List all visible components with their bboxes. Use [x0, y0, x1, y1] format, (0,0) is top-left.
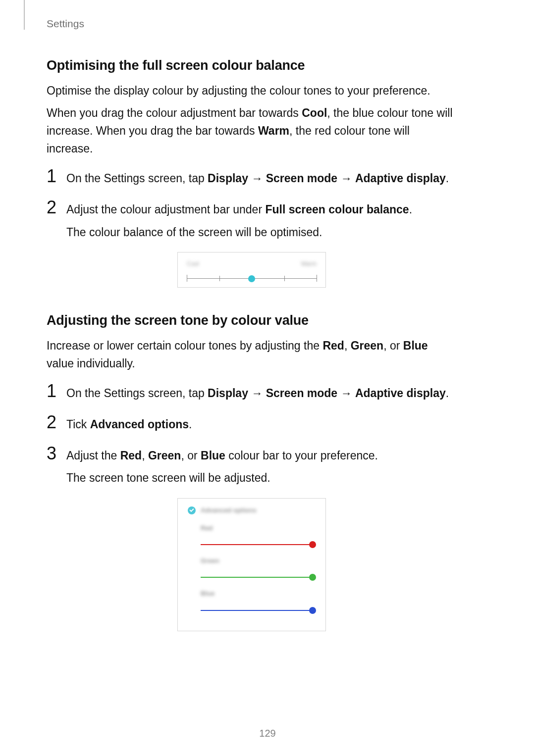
bold-screen-mode: Screen mode — [266, 172, 337, 185]
step-body: Adjust the colour adjustment bar under F… — [66, 201, 457, 241]
slider-tick — [187, 275, 187, 282]
text: . — [189, 418, 192, 431]
step-body: Tick Advanced options. — [66, 416, 457, 434]
rgb-red-group: Red — [188, 523, 316, 549]
bold-blue: Blue — [403, 339, 428, 352]
rgb-green-group: Green — [188, 556, 316, 582]
checkmark-icon — [188, 506, 196, 514]
text: . — [446, 387, 449, 400]
slider-thumb — [309, 541, 316, 548]
slider-thumb — [309, 607, 316, 614]
text: , — [344, 339, 351, 352]
slider-line — [201, 577, 313, 578]
text: , or — [181, 449, 201, 462]
text: Adjust the — [66, 449, 120, 462]
section1-detail: When you drag the colour adjustment bar … — [47, 104, 457, 157]
slider-thumb — [309, 574, 316, 581]
bold-warm: Warm — [258, 124, 289, 137]
step-number: 1 — [47, 382, 57, 400]
text: Tick — [66, 418, 90, 431]
balance-labels: Cool Warm — [187, 259, 317, 269]
step-sub: The screen tone screen will be adjusted. — [66, 469, 457, 487]
page-number: 129 — [0, 728, 535, 739]
step-number: 2 — [47, 413, 57, 431]
bold-cool: Cool — [302, 106, 327, 119]
balance-label-cool: Cool — [187, 259, 199, 269]
rgb-green-label: Green — [188, 556, 316, 566]
slider-line — [201, 544, 313, 545]
bold-fscb: Full screen colour balance — [265, 203, 409, 216]
text: → — [337, 387, 355, 400]
text: → — [248, 172, 266, 185]
balance-label-warm: Warm — [301, 259, 317, 269]
rgb-green-slider — [201, 573, 313, 582]
bold-screen-mode: Screen mode — [266, 387, 337, 400]
breadcrumb: Settings — [47, 18, 84, 30]
step-body: On the Settings screen, tap Display → Sc… — [66, 385, 457, 403]
step: 2 Tick Advanced options. — [47, 413, 457, 434]
text: . — [409, 203, 412, 216]
bold-display: Display — [208, 172, 248, 185]
step: 3 Adjust the Red, Green, or Blue colour … — [47, 445, 457, 487]
header-rule — [24, 0, 25, 30]
slider-line — [201, 610, 313, 611]
slider-tick — [219, 276, 220, 281]
text: On the Settings screen, tap — [66, 387, 208, 400]
bold-adaptive: Adaptive display — [355, 387, 446, 400]
text: When you drag the colour adjustment bar … — [47, 106, 302, 119]
section2-heading: Adjusting the screen tone by colour valu… — [47, 310, 457, 331]
text: , — [142, 449, 148, 462]
step-number: 3 — [47, 445, 57, 462]
slider-tick — [284, 276, 285, 281]
bold-green: Green — [148, 449, 181, 462]
rgb-red-label: Red — [188, 523, 316, 533]
step: 1 On the Settings screen, tap Display → … — [47, 382, 457, 403]
text: value individually. — [47, 357, 135, 370]
bold-display: Display — [208, 387, 248, 400]
step-sub: The colour balance of the screen will be… — [66, 224, 457, 242]
bold-adaptive: Adaptive display — [355, 172, 446, 185]
step-body: Adjust the Red, Green, or Blue colour ba… — [66, 447, 457, 487]
step-number: 2 — [47, 199, 57, 216]
text: . — [446, 172, 449, 185]
section2-intro: Increase or lower certain colour tones b… — [47, 337, 457, 372]
balance-slider — [187, 274, 317, 284]
text: colour bar to your preference. — [225, 449, 378, 462]
text: → — [337, 172, 355, 185]
bold-advanced-options: Advanced options — [90, 418, 189, 431]
text: → — [248, 387, 266, 400]
bold-blue: Blue — [201, 449, 225, 462]
bold-green: Green — [351, 339, 383, 352]
rgb-blue-group: Blue — [188, 589, 316, 614]
text: Increase or lower certain colour tones b… — [47, 339, 322, 352]
step-number: 1 — [47, 167, 57, 185]
section2-steps: 1 On the Settings screen, tap Display → … — [47, 382, 457, 487]
page-content: Optimising the full screen colour balanc… — [47, 55, 457, 631]
section1-heading: Optimising the full screen colour balanc… — [47, 55, 457, 76]
step: 1 On the Settings screen, tap Display → … — [47, 167, 457, 188]
balance-slider-thumb — [248, 275, 255, 282]
rgb-red-slider — [201, 540, 313, 549]
rgb-blue-label: Blue — [188, 589, 316, 599]
slider-tick — [317, 275, 317, 282]
section1-steps: 1 On the Settings screen, tap Display → … — [47, 167, 457, 241]
text: Adjust the colour adjustment bar under — [66, 203, 265, 216]
text: , or — [383, 339, 403, 352]
bold-red: Red — [120, 449, 142, 462]
figure-rgb-sliders: Advanced options Red Green Blue — [177, 498, 326, 631]
advanced-options-row: Advanced options — [188, 505, 316, 515]
section1-intro: Optimise the display colour by adjusting… — [47, 82, 457, 100]
figure-colour-balance: Cool Warm — [177, 252, 326, 288]
text: On the Settings screen, tap — [66, 172, 208, 185]
step: 2 Adjust the colour adjustment bar under… — [47, 199, 457, 241]
rgb-blue-slider — [201, 606, 313, 615]
bold-red: Red — [322, 339, 344, 352]
step-body: On the Settings screen, tap Display → Sc… — [66, 170, 457, 188]
advanced-options-label: Advanced options — [201, 505, 257, 515]
